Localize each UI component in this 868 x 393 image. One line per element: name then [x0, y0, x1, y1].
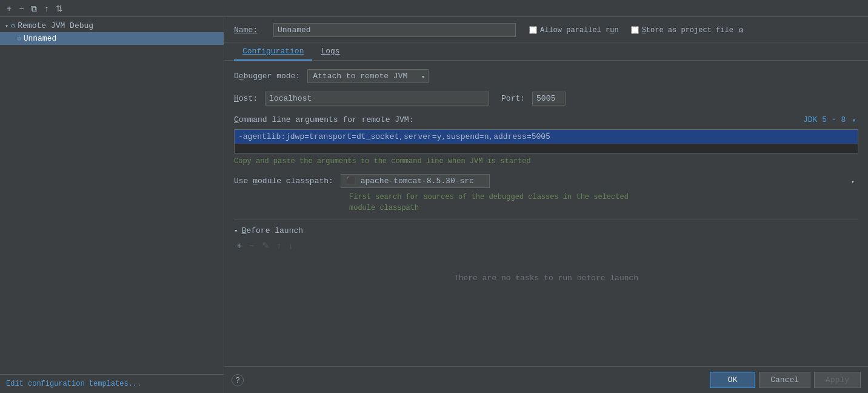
cmd-args-header: Command line arguments for remote JVM: J…	[234, 114, 858, 126]
group-label: Remote JVM Debug	[18, 21, 93, 30]
module-classpath-dropdown[interactable]: ⬛ apache-tomcat-8.5.30-src	[341, 174, 490, 188]
tab-logs[interactable]: Logs	[312, 42, 348, 61]
config-content: Debugger mode: Attach to remote JVM List…	[224, 61, 868, 366]
before-launch-add-button[interactable]: +	[234, 240, 244, 250]
cmd-args-hint: Copy and paste the arguments to the comm…	[234, 157, 858, 166]
before-launch-edit-button[interactable]: ✎	[259, 240, 272, 250]
before-launch-title: Before launch	[242, 226, 303, 235]
before-launch-down-button[interactable]: ↓	[286, 240, 296, 250]
checkboxes-group: Allow parallel run Store as project file…	[529, 25, 744, 35]
cmd-args-section: Command line arguments for remote JVM: J…	[234, 114, 858, 166]
name-row: Name: Allow parallel run Store as projec…	[224, 17, 868, 42]
help-button[interactable]: ?	[232, 374, 244, 386]
name-label-text: Name:	[234, 25, 258, 35]
host-port-row: Host: Port:	[234, 92, 858, 106]
move-config-button[interactable]: ↑	[42, 4, 50, 13]
before-launch-remove-button[interactable]: −	[247, 240, 257, 250]
module-classpath-hint: First search for sources of the debugged…	[349, 192, 858, 213]
gear-icon: ⚙	[739, 25, 744, 35]
port-label: Port:	[501, 94, 525, 103]
debugger-mode-label: Debugger mode:	[234, 72, 300, 81]
name-label: Name:	[234, 25, 267, 35]
module-hint-line2: module classpath	[349, 204, 419, 212]
allow-parallel-label: Allow parallel run	[540, 26, 619, 35]
host-label: Host:	[234, 94, 258, 103]
cancel-button[interactable]: Cancel	[759, 372, 810, 388]
tree-section: ▾ ⚙ Remote JVM Debug ⚙ Unnamed	[0, 17, 224, 374]
no-tasks-message: There are no tasks to run before launch	[234, 255, 858, 301]
toolbar: + − ⧉ ↑ ⇅	[0, 0, 868, 17]
tree-item-label: Unnamed	[24, 34, 57, 43]
cmd-args-selected-text: -agentlib:jdwp=transport=dt_socket,serve…	[235, 130, 858, 144]
chevron-down-icon: ▾	[5, 22, 8, 30]
cmd-args-label: Command line arguments for remote JVM:	[234, 115, 413, 124]
edit-templates-link[interactable]: Edit configuration templates...	[0, 374, 224, 393]
module-classpath-dropdown-wrapper: ⬛ apache-tomcat-8.5.30-src	[341, 174, 858, 188]
jdk-version-dropdown[interactable]: JDK 5 - 8 JDK 9+	[800, 114, 858, 126]
add-config-button[interactable]: +	[5, 4, 13, 13]
debugger-mode-dropdown[interactable]: Attach to remote JVM Listen to remote JV…	[307, 69, 429, 83]
module-classpath-row: Use module classpath: ⬛ apache-tomcat-8.…	[234, 174, 858, 188]
tabs-bar: Configuration Logs	[224, 42, 868, 61]
copy-config-button[interactable]: ⧉	[29, 4, 39, 13]
store-as-project-checkbox-label[interactable]: Store as project file ⚙	[631, 25, 744, 35]
config-icon: ⚙	[17, 35, 21, 42]
jdk-dropdown-wrapper: JDK 5 - 8 JDK 9+	[800, 114, 858, 126]
debugger-mode-row: Debugger mode: Attach to remote JVM List…	[234, 69, 858, 83]
cmd-args-textarea[interactable]: -agentlib:jdwp=transport=dt_socket,serve…	[234, 129, 858, 153]
tab-logs-label: Logs	[321, 47, 339, 56]
host-input[interactable]	[265, 92, 489, 106]
bottom-bar: ? OK Cancel Apply	[224, 366, 868, 393]
before-launch-up-button[interactable]: ↑	[275, 240, 284, 250]
ok-button[interactable]: OK	[710, 372, 755, 388]
remove-config-button[interactable]: −	[17, 4, 25, 13]
before-launch-section: ▾ Before launch + − ✎ ↑ ↓ There are no t…	[234, 220, 858, 301]
tree-group-header[interactable]: ▾ ⚙ Remote JVM Debug	[0, 19, 224, 32]
before-launch-toolbar: + − ✎ ↑ ↓	[234, 240, 858, 250]
right-panel: Name: Allow parallel run Store as projec…	[224, 17, 868, 393]
store-as-project-label: Store as project file	[642, 26, 733, 35]
sort-config-button[interactable]: ⇅	[54, 4, 65, 13]
module-hint-line1: First search for sources of the debugged…	[349, 193, 629, 201]
tree-item-unnamed[interactable]: ⚙ Unnamed	[0, 32, 224, 45]
module-classpath-label: Use module classpath:	[234, 176, 333, 186]
remote-jvm-debug-icon: ⚙	[11, 21, 15, 30]
port-input[interactable]	[532, 92, 566, 106]
before-launch-header[interactable]: ▾ Before launch	[234, 226, 858, 235]
left-panel: ▾ ⚙ Remote JVM Debug ⚙ Unnamed Edit conf…	[0, 17, 224, 393]
main-layout: ▾ ⚙ Remote JVM Debug ⚙ Unnamed Edit conf…	[0, 17, 868, 393]
allow-parallel-checkbox[interactable]	[529, 26, 537, 34]
allow-parallel-checkbox-label[interactable]: Allow parallel run	[529, 26, 619, 35]
tab-configuration[interactable]: Configuration	[234, 42, 312, 61]
debugger-mode-dropdown-wrapper: Attach to remote JVM Listen to remote JV…	[307, 69, 429, 83]
name-input[interactable]	[273, 23, 516, 37]
apply-button[interactable]: Apply	[814, 372, 861, 388]
store-as-project-checkbox[interactable]	[631, 26, 639, 34]
action-buttons: OK Cancel Apply	[710, 372, 861, 388]
tab-configuration-label: Configuration	[242, 47, 304, 56]
before-launch-chevron-icon: ▾	[234, 227, 238, 235]
